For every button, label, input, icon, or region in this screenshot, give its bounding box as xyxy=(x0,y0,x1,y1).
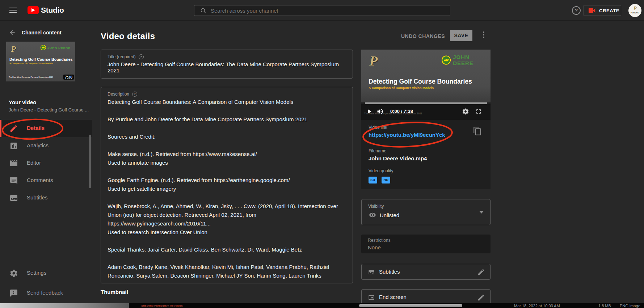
background-scrollbar[interactable] xyxy=(359,304,462,307)
subtitles-icon xyxy=(9,194,18,202)
chevron-down-icon[interactable] xyxy=(479,211,484,214)
player-time: 0:00 / 7:38 xyxy=(390,109,413,114)
pencil-icon xyxy=(9,124,18,133)
thumb-title: Detecting Golf Course Boundaries xyxy=(9,57,74,62)
comments-icon xyxy=(9,176,18,185)
help-icon[interactable]: ? xyxy=(572,6,581,15)
end-screen-icon xyxy=(367,294,375,301)
visibility-value: Unlisted xyxy=(380,212,399,218)
background-window-edge xyxy=(0,303,129,308)
hamburger-menu-icon[interactable] xyxy=(9,8,17,13)
sidebar-video-title: John Deere - Detecting Golf Course ... xyxy=(9,107,89,113)
restrictions-card: Restrictions None xyxy=(361,235,491,253)
sidebar: Channel content P JOHN DEERE Detecting G… xyxy=(0,21,92,303)
file-date: Mar 18, 2022 at 10:03 AM xyxy=(514,304,560,308)
camcorder-icon xyxy=(588,8,596,13)
end-screen-card[interactable]: End screen xyxy=(361,289,491,303)
back-arrow-icon[interactable] xyxy=(9,29,16,36)
description-field-label: Description xyxy=(108,92,129,97)
video-quality-label: Video quality xyxy=(369,168,393,173)
sidebar-item-comments[interactable]: Comments xyxy=(0,172,92,189)
video-link[interactable]: https://youtu.be/yMI9ecunYck xyxy=(369,132,445,138)
sd-badge: SD xyxy=(369,177,377,183)
save-button[interactable]: SAVE xyxy=(450,30,472,41)
subtitles-icon xyxy=(367,269,375,275)
purdue-logo: P xyxy=(11,45,16,54)
sidebar-item-settings[interactable]: Settings xyxy=(0,265,92,282)
purdue-logo: P xyxy=(369,53,378,69)
restrictions-label: Restrictions xyxy=(368,238,391,243)
video-frame[interactable]: P JOHN DEERE Detecting Golf Course Bound… xyxy=(361,50,491,102)
title-field[interactable]: Title (required)? John Deere - Detecting… xyxy=(101,50,353,79)
studio-brand[interactable]: Studio xyxy=(41,6,64,14)
subtitles-card[interactable]: Subtitles xyxy=(361,264,491,280)
thumbnail-section-title: Thumbnail xyxy=(101,289,128,295)
video-info-panel: Video link https://youtu.be/yMI9ecunYck … xyxy=(361,120,491,189)
restrictions-value: None xyxy=(368,244,381,250)
player-controls: The Data Mine Corporate Partners Symposi… xyxy=(361,104,491,120)
title-help-icon[interactable]: ? xyxy=(139,54,144,59)
file-size: 1.8 MB xyxy=(598,304,611,308)
youtube-logo-icon[interactable] xyxy=(28,6,39,14)
channel-search[interactable] xyxy=(194,5,450,16)
sidebar-item-send-feedback[interactable]: Send feedback xyxy=(0,284,92,302)
duration-badge: 7:38 xyxy=(63,75,74,80)
sidebar-item-details[interactable]: Details xyxy=(0,120,92,137)
feedback-icon xyxy=(9,289,18,298)
filename-label: Filename xyxy=(369,148,386,153)
visibility-card[interactable]: Visibility Unlisted xyxy=(361,199,491,225)
sidebar-item-editor[interactable]: Editor xyxy=(0,155,92,172)
sidebar-item-analytics[interactable]: Analytics xyxy=(0,137,92,155)
video-preview-card: P JOHN DEERE Detecting Golf Course Bound… xyxy=(361,50,491,189)
sidebar-item-subtitles[interactable]: Subtitles xyxy=(0,189,92,207)
avatar-caption: PURDUE xyxy=(628,12,641,14)
more-options-icon[interactable] xyxy=(480,30,487,41)
edit-subtitles-icon[interactable] xyxy=(477,268,485,276)
title-field-label: Title (required) xyxy=(108,54,136,59)
title-field-value[interactable]: John Deere - Detecting Golf Course Bound… xyxy=(108,61,347,73)
video-thumbnail: P JOHN DEERE Detecting Golf Course Bound… xyxy=(6,42,75,81)
hd-badge: HD xyxy=(382,177,390,183)
player-settings-icon[interactable] xyxy=(462,108,469,115)
fullscreen-icon[interactable] xyxy=(475,108,482,115)
visibility-label: Visibility xyxy=(368,204,384,209)
description-field[interactable]: Description? Detecting Golf Course Bound… xyxy=(101,87,353,283)
volume-icon[interactable] xyxy=(376,108,384,115)
description-help-icon[interactable]: ? xyxy=(132,92,137,97)
page-title: Video details xyxy=(101,31,155,41)
undo-changes-button[interactable]: UNDO CHANGES xyxy=(401,33,445,39)
thumb-subtitle: A Comparison of Computer Vision Models xyxy=(9,62,53,64)
edit-end-screen-icon[interactable] xyxy=(477,294,485,301)
avatar-purdue-letter: P xyxy=(628,5,641,12)
background-window-text: Suspend Participant Activities xyxy=(141,304,183,307)
john-deere-logo-icon xyxy=(41,45,46,50)
search-input[interactable] xyxy=(211,8,435,14)
account-avatar[interactable]: P PURDUE xyxy=(628,4,641,17)
background-window-strip: Suspend Participant Activities Mar 18, 2… xyxy=(0,303,644,308)
play-icon[interactable] xyxy=(366,108,373,115)
youtube-studio-window: Studio ? CREATE P PURDUE Channel content xyxy=(0,0,644,303)
create-button[interactable]: CREATE xyxy=(584,5,621,16)
sidebar-scrollbar[interactable] xyxy=(89,135,91,188)
eye-icon xyxy=(368,211,377,219)
filename-value: John Deere Video.mp4 xyxy=(369,155,427,161)
preview-subtitle: A Comparison of Computer Vision Models xyxy=(369,86,434,90)
copy-icon[interactable] xyxy=(473,126,482,136)
file-kind: PNG image xyxy=(620,304,640,308)
john-deere-wordmark: JOHN DEERE xyxy=(47,46,71,50)
subtitles-card-label: Subtitles xyxy=(379,269,400,275)
thumb-caption: The Data Mine Corporate Partners Symposi… xyxy=(9,76,53,78)
breadcrumb[interactable]: Channel content xyxy=(22,30,62,35)
editor-icon xyxy=(9,159,18,168)
john-deere-logo-icon xyxy=(442,55,451,65)
john-deere-wordmark: JOHN DEERE xyxy=(453,54,491,66)
search-icon xyxy=(200,8,206,14)
preview-title: Detecting Golf Course Boundaries xyxy=(369,78,472,85)
analytics-icon xyxy=(9,142,18,150)
sidebar-section-title: Your video xyxy=(9,99,36,105)
create-label: CREATE xyxy=(599,8,619,13)
top-bar: Studio ? CREATE P PURDUE xyxy=(0,0,644,21)
end-screen-card-label: End screen xyxy=(379,294,407,300)
description-field-value[interactable]: Detecting Golf Course Boundaries: A Comp… xyxy=(108,98,347,280)
video-link-label: Video link xyxy=(369,125,387,130)
